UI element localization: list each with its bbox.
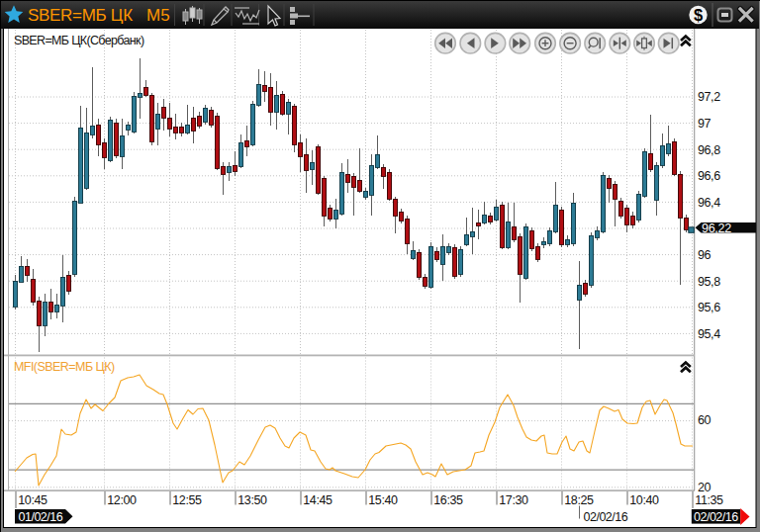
svg-text:02/02/16: 02/02/16 bbox=[694, 510, 738, 524]
svg-text:95,4: 95,4 bbox=[698, 327, 720, 341]
svg-text:20: 20 bbox=[698, 481, 712, 494]
svg-text:96,6: 96,6 bbox=[698, 169, 720, 183]
svg-text:97: 97 bbox=[698, 117, 712, 131]
svg-text:14:45: 14:45 bbox=[303, 493, 332, 507]
svg-text:16:35: 16:35 bbox=[433, 493, 463, 507]
svg-text:12:55: 12:55 bbox=[172, 493, 202, 507]
svg-text:SBER=МБ ЦК: SBER=МБ ЦК bbox=[28, 6, 133, 25]
svg-text:96: 96 bbox=[698, 248, 712, 262]
svg-text:MFI(SBER=МБ ЦК): MFI(SBER=МБ ЦК) bbox=[14, 360, 115, 374]
svg-text:15:40: 15:40 bbox=[368, 493, 398, 507]
svg-text:17:30: 17:30 bbox=[499, 493, 528, 507]
svg-text:60: 60 bbox=[698, 413, 712, 427]
svg-text:M5: M5 bbox=[146, 6, 170, 25]
svg-text:02/02/16: 02/02/16 bbox=[584, 510, 628, 524]
svg-text:95,6: 95,6 bbox=[698, 301, 720, 314]
svg-text:SBER=МБ ЦК(Сбербанк): SBER=МБ ЦК(Сбербанк) bbox=[14, 34, 144, 47]
svg-text:97,2: 97,2 bbox=[698, 90, 720, 104]
svg-text:10:40: 10:40 bbox=[629, 493, 659, 507]
svg-text:96,22: 96,22 bbox=[702, 222, 731, 235]
svg-text:10:45: 10:45 bbox=[18, 493, 48, 507]
svg-text:96,4: 96,4 bbox=[698, 196, 720, 210]
svg-text:95,8: 95,8 bbox=[698, 275, 720, 289]
svg-text:11:35: 11:35 bbox=[695, 493, 723, 507]
svg-text:13:50: 13:50 bbox=[238, 493, 267, 507]
svg-text:96,8: 96,8 bbox=[698, 143, 720, 157]
svg-text:18:25: 18:25 bbox=[564, 493, 594, 507]
svg-text:$: $ bbox=[694, 6, 703, 24]
svg-text:01/02/16: 01/02/16 bbox=[19, 510, 63, 524]
svg-text:12:00: 12:00 bbox=[107, 493, 137, 507]
